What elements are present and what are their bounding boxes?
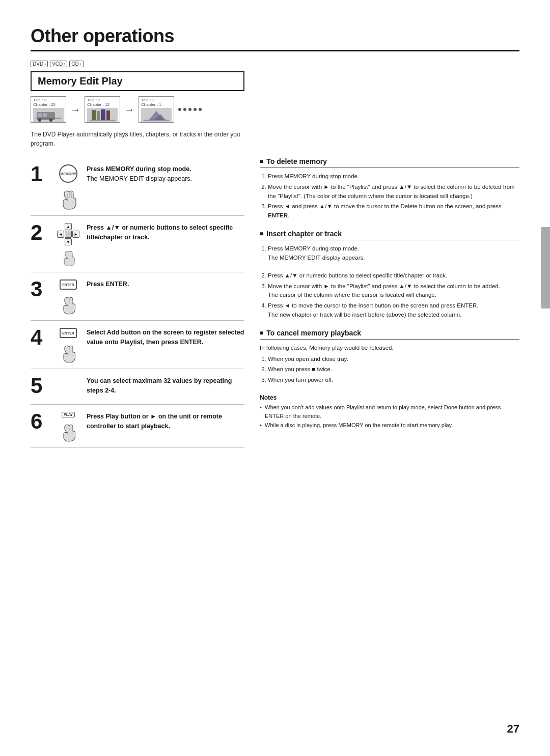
insert-chapter-item-3: Move the cursor with ► to the "Playlist"… [268, 282, 519, 300]
svg-point-4 [49, 119, 52, 122]
dpad-icon: ▲ ◄ ► ▼ [57, 223, 79, 245]
delete-memory-item-1: Press MEMORY during stop mode. [268, 172, 519, 181]
cancel-playback-intro: In following cases, Memory play would be… [260, 344, 519, 353]
section-header: Memory Edit Play [31, 71, 244, 91]
step-number-4: 4 [31, 326, 50, 348]
step-icon-2: ▲ ◄ ► ▼ [55, 221, 81, 267]
step-bold-6: Press Play button or ► on the unit or re… [87, 413, 222, 430]
page-title: Other operations [31, 25, 519, 47]
step-text-5: You can select maximam 32 values by repe… [87, 374, 244, 396]
dot-4 [194, 108, 197, 111]
step-text-4: Select Add button on the screen to regis… [87, 326, 244, 347]
title-divider [31, 50, 519, 51]
intro-text: The DVD Player automatically plays title… [31, 130, 250, 148]
cancel-playback-section: To cancel memory playback In following c… [260, 329, 519, 385]
step-text-6: Press Play button or ► on the unit or re… [87, 410, 244, 431]
badge-vcd: VCD [50, 61, 67, 67]
step-bold-1: Press MEMORY during stop mode. [87, 165, 191, 173]
page-number: 27 [507, 722, 519, 736]
insert-chapter-item-4: Press ◄ to move the cursor to the Insert… [268, 301, 519, 320]
cancel-playback-title: To cancel memory playback [260, 329, 519, 340]
diagram-thumb-1 [33, 108, 64, 122]
step-row-2: 2 ▲ ◄ ► [31, 216, 244, 272]
step-text-2: Press ▲/▼ or numeric buttons to select s… [87, 221, 244, 242]
step-number-3: 3 [31, 277, 50, 300]
svg-rect-7 [97, 111, 100, 120]
step-row-3: 3 ENTER Press ENTER. [31, 272, 244, 321]
badge-dvd: DVD [31, 61, 48, 67]
diagram-item-1: Title : 2Chapter : 25 [31, 96, 66, 123]
step-row-1: 1 MEMORY Press MEMORY during stop mode. [31, 157, 244, 216]
diagram-title-2: Title : 2Chapter : 12 [87, 98, 109, 107]
cancel-playback-list: When you open and close tray. When you p… [260, 355, 519, 385]
step-number-2: 2 [31, 221, 50, 243]
enter-button-icon-4: ENTER [60, 328, 77, 338]
svg-point-3 [38, 119, 41, 122]
step-row-5: 5 You can select maximam 32 values by re… [31, 369, 244, 405]
diagram-item-2: Title : 2Chapter : 12 [85, 96, 120, 123]
enter-button-icon: ENTER [60, 279, 77, 290]
diagram-thumb-3 [141, 108, 172, 122]
notes-title: Notes [260, 394, 519, 401]
badge-cd: CD [69, 61, 83, 67]
steps-column: 1 MEMORY Press MEMORY during stop mode. [31, 157, 244, 448]
diagram-area: Title : 2Chapter : 25 → Title : 2Chapter… [31, 96, 519, 123]
cancel-playback-item-2: When you press ■ twice. [268, 365, 519, 374]
step-icon-4: ENTER [55, 326, 81, 363]
diagram-title-1: Title : 2Chapter : 25 [33, 98, 56, 107]
dot-2 [183, 108, 186, 111]
step-text-1: Press MEMORY during stop mode. The MEMOR… [87, 162, 244, 184]
scrollbar[interactable] [541, 227, 550, 309]
step-number-5: 5 [31, 374, 50, 397]
svg-rect-9 [106, 110, 110, 120]
step-bold-4: Select Add button on the screen to regis… [87, 329, 244, 346]
page-container: Other operations DVD VCD CD Memory Edit … [0, 0, 550, 756]
delete-memory-item-2: Move the cursor with ► to the "Playlist"… [268, 183, 519, 201]
notes-item-1: When you don't add values onto Playlist … [260, 403, 519, 420]
insert-chapter-item-intro-1: Press MEMORY during stop mode.The MEMORY… [268, 244, 519, 263]
step-bold-5: You can select maximam 32 values by repe… [87, 377, 232, 394]
diagram-thumb-2 [87, 108, 118, 122]
step-normal-1: The MEMORY EDIT display appears. [87, 175, 192, 182]
hand-icon-6 [59, 419, 77, 442]
format-badges: DVD VCD CD [31, 61, 519, 67]
svg-rect-8 [101, 109, 105, 120]
delete-memory-title: To delete memory [260, 157, 519, 168]
delete-memory-list: Press MEMORY during stop mode. Move the … [260, 172, 519, 220]
dot-5 [199, 108, 202, 111]
diagram-item-3: Title : 1Chapter : 1 [139, 96, 174, 123]
step-number-6: 6 [31, 410, 50, 432]
step-icon-1: MEMORY [55, 162, 81, 210]
diagram-arrow-2: → [124, 104, 134, 116]
hand-icon-4 [59, 340, 77, 363]
insert-chapter-title: Insert chapter or track [260, 230, 519, 240]
cancel-playback-item-3: When you turn power off. [268, 376, 519, 385]
memory-button-icon: MEMORY [59, 164, 77, 183]
step-row-4: 4 ENTER Select Add button on the screen … [31, 321, 244, 369]
step-icon-5 [55, 374, 81, 376]
step-number-1: 1 [31, 162, 50, 185]
right-column: To delete memory Press MEMORY during sto… [260, 157, 519, 448]
notes-section: Notes When you don't add values onto Pla… [260, 394, 519, 430]
delete-memory-item-3: Press ◄ and press ▲/▼ to move the cursor… [268, 202, 519, 220]
hand-icon-3 [59, 292, 77, 315]
hand-icon-1 [58, 185, 78, 210]
svg-rect-6 [92, 110, 96, 120]
step-bold-3: Press ENTER. [87, 281, 129, 288]
diagram-arrow-1: → [70, 104, 80, 116]
cancel-playback-item-1: When you open and close tray. [268, 355, 519, 364]
svg-rect-1 [38, 113, 42, 117]
step-row-6: 6 PLAY Press Play button or ► on the uni… [31, 405, 244, 448]
insert-chapter-section: Insert chapter or track Press MEMORY dur… [260, 230, 519, 320]
main-layout: 1 MEMORY Press MEMORY during stop mode. [31, 157, 519, 448]
dot-3 [188, 108, 191, 111]
step-icon-6: PLAY [55, 410, 81, 442]
step-text-3: Press ENTER. [87, 277, 244, 289]
hand-icon-2 [59, 246, 77, 267]
dot-1 [178, 108, 181, 111]
svg-rect-2 [43, 113, 47, 117]
step-icon-3: ENTER [55, 277, 81, 315]
diagram-dots [178, 108, 202, 111]
delete-memory-section: To delete memory Press MEMORY during sto… [260, 157, 519, 220]
notes-item-2: While a disc is playing, press MEMORY on… [260, 421, 519, 430]
